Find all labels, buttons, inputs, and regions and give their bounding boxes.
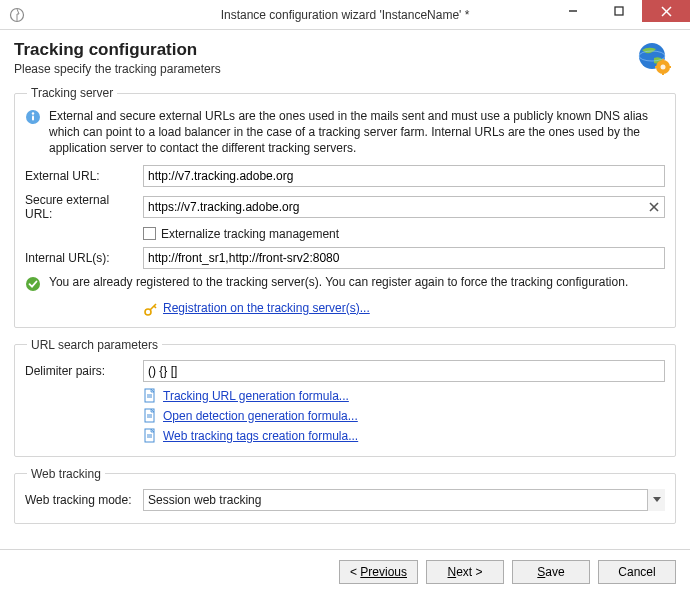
tracking-mode-value: Session web tracking — [143, 489, 665, 511]
svg-point-14 — [32, 112, 34, 114]
delimiter-label: Delimiter pairs: — [25, 364, 143, 378]
document-icon — [143, 408, 157, 424]
tracking-mode-select[interactable]: Session web tracking — [143, 489, 665, 511]
web-tracking-legend: Web tracking — [27, 467, 105, 481]
wizard-footer: < Previous Next > Save Cancel — [0, 549, 690, 594]
tracking-server-legend: Tracking server — [27, 86, 117, 100]
svg-rect-15 — [32, 116, 34, 121]
previous-button[interactable]: < Previous — [339, 560, 418, 584]
svg-rect-2 — [615, 7, 623, 15]
clear-icon[interactable] — [646, 199, 662, 215]
app-icon — [6, 4, 28, 26]
maximize-button[interactable] — [596, 0, 642, 22]
page-subtitle: Please specify the tracking parameters — [14, 62, 636, 76]
external-url-label: External URL: — [25, 169, 143, 183]
titlebar: Instance configuration wizard 'InstanceN… — [0, 0, 690, 30]
url-params-group: URL search parameters Delimiter pairs: T… — [14, 338, 676, 457]
internal-url-input[interactable] — [143, 247, 665, 269]
svg-point-18 — [26, 277, 40, 291]
svg-rect-11 — [655, 66, 659, 68]
svg-rect-10 — [662, 71, 664, 75]
url-formula-link[interactable]: Tracking URL generation formula... — [163, 389, 349, 403]
url-params-legend: URL search parameters — [27, 338, 162, 352]
externalize-label: Externalize tracking management — [161, 227, 339, 241]
registration-status: You are already registered to the tracki… — [49, 275, 665, 289]
internal-url-label: Internal URL(s): — [25, 251, 143, 265]
open-detection-link[interactable]: Open detection generation formula... — [163, 409, 358, 423]
page-header: Tracking configuration Please specify th… — [14, 40, 676, 86]
save-button[interactable]: Save — [512, 560, 590, 584]
externalize-checkbox[interactable] — [143, 227, 156, 240]
tracking-server-group: Tracking server External and secure exte… — [14, 86, 676, 328]
document-icon — [143, 388, 157, 404]
svg-rect-9 — [662, 59, 664, 63]
page-title: Tracking configuration — [14, 40, 636, 60]
svg-point-8 — [661, 65, 666, 70]
info-icon — [25, 109, 41, 128]
external-url-input[interactable] — [143, 165, 665, 187]
success-icon — [25, 276, 41, 295]
web-tags-link[interactable]: Web tracking tags creation formula... — [163, 429, 358, 443]
window-controls — [550, 0, 690, 29]
next-button[interactable]: Next > — [426, 560, 504, 584]
secure-url-label: Secure external URL: — [25, 193, 143, 221]
secure-url-input[interactable] — [143, 196, 665, 218]
document-icon — [143, 428, 157, 444]
svg-line-21 — [154, 306, 156, 308]
close-button[interactable] — [642, 0, 690, 22]
key-icon — [143, 301, 157, 315]
svg-rect-12 — [667, 66, 671, 68]
web-tracking-group: Web tracking Web tracking mode: Session … — [14, 467, 676, 524]
tracking-mode-label: Web tracking mode: — [25, 493, 143, 507]
cancel-button[interactable]: Cancel — [598, 560, 676, 584]
tracking-globe-icon — [636, 40, 676, 80]
delimiter-input[interactable] — [143, 360, 665, 382]
registration-link[interactable]: Registration on the tracking server(s)..… — [163, 301, 370, 315]
tracking-server-description: External and secure external URLs are th… — [49, 108, 665, 157]
minimize-button[interactable] — [550, 0, 596, 22]
